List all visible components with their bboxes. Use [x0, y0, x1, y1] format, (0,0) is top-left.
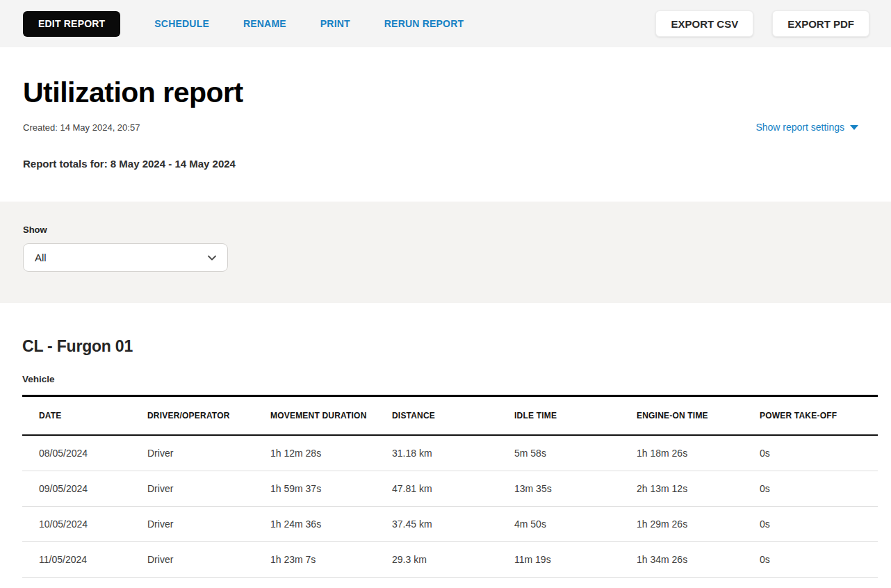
table-cell: 11/05/2024 [22, 542, 131, 578]
table-row: 11/05/2024Driver1h 23m 7s29.3 km11m 19s1… [22, 542, 878, 578]
vehicle-section: CL - Furgon 01 Vehicle [0, 337, 891, 384]
table-row: 08/05/2024Driver1h 12m 28s31.18 km5m 58s… [22, 435, 878, 471]
report-totals-text: Report totals for: 8 May 2024 - 14 May 2… [23, 158, 868, 170]
show-filter-dropdown[interactable]: All [23, 243, 228, 272]
rerun-report-button[interactable]: RERUN REPORT [384, 18, 464, 29]
table-cell: Driver [131, 471, 254, 507]
table-cell: 2h 13m 12s [620, 471, 743, 507]
vehicle-section-title: CL - Furgon 01 [22, 337, 869, 356]
table-header-row: DATEDRIVER/OPERATORMOVEMENT DURATIONDIST… [22, 396, 878, 436]
filter-band: Show All [0, 202, 891, 303]
column-header: POWER TAKE-OFF [743, 396, 878, 436]
column-header: DISTANCE [375, 396, 498, 436]
column-header: DATE [22, 396, 131, 436]
table-cell: 1h 12m 28s [254, 435, 375, 471]
table-cell: 0s [743, 542, 878, 578]
table-cell: 31.18 km [375, 435, 498, 471]
table-body: 08/05/2024Driver1h 12m 28s31.18 km5m 58s… [22, 435, 878, 578]
table-cell: 11m 19s [498, 542, 620, 578]
chevron-down-icon [206, 252, 218, 263]
table-cell: Driver [131, 435, 254, 471]
top-toolbar: EDIT REPORT SCHEDULE RENAME PRINT RERUN … [0, 0, 891, 47]
export-csv-button[interactable]: EXPORT CSV [655, 10, 753, 37]
table-cell: 47.81 km [375, 471, 498, 507]
table-cell: 1h 59m 37s [254, 471, 375, 507]
table-cell: 0s [743, 471, 878, 507]
meta-row: Created: 14 May 2024, 20:57 Show report … [23, 122, 868, 133]
table-cell: 09/05/2024 [22, 471, 131, 507]
rename-button[interactable]: RENAME [243, 18, 286, 29]
table-cell: Driver [131, 542, 254, 578]
bottom-spacer [0, 578, 891, 588]
schedule-button[interactable]: SCHEDULE [154, 18, 209, 29]
table-cell: 1h 23m 7s [254, 542, 375, 578]
table-cell: 1h 29m 26s [620, 507, 743, 542]
table-cell: 13m 35s [498, 471, 620, 507]
table-cell: 1h 34m 26s [620, 542, 743, 578]
table-cell: 0s [743, 507, 878, 542]
page-title: Utilization report [23, 76, 868, 109]
column-header: IDLE TIME [498, 396, 620, 436]
show-filter-label: Show [23, 224, 868, 235]
edit-report-button[interactable]: EDIT REPORT [23, 11, 120, 37]
toolbar-left-group: EDIT REPORT SCHEDULE RENAME PRINT RERUN … [23, 11, 464, 37]
created-timestamp: Created: 14 May 2024, 20:57 [23, 122, 140, 133]
table-cell: 29.3 km [375, 542, 498, 578]
table-cell: 10/05/2024 [22, 507, 131, 542]
column-header: DRIVER/OPERATOR [131, 396, 254, 436]
table-row: 10/05/2024Driver1h 24m 36s37.45 km4m 50s… [22, 507, 878, 542]
toolbar-right-group: EXPORT CSV EXPORT PDF [655, 10, 869, 37]
table-cell: 37.45 km [375, 507, 498, 542]
table-cell: 4m 50s [498, 507, 620, 542]
utilization-table-wrap: DATEDRIVER/OPERATORMOVEMENT DURATIONDIST… [22, 395, 878, 578]
show-report-settings-link[interactable]: Show report settings [755, 122, 858, 133]
export-pdf-button[interactable]: EXPORT PDF [772, 10, 869, 37]
column-header: MOVEMENT DURATION [254, 396, 375, 436]
print-button[interactable]: PRINT [320, 18, 350, 29]
table-cell: Driver [131, 507, 254, 542]
table-cell: 0s [743, 435, 878, 471]
table-cell: 1h 24m 36s [254, 507, 375, 542]
page-header: Utilization report Created: 14 May 2024,… [0, 76, 891, 170]
vehicle-section-subtitle: Vehicle [22, 374, 869, 384]
table-cell: 08/05/2024 [22, 435, 131, 471]
table-cell: 1h 18m 26s [620, 435, 743, 471]
show-report-settings-label: Show report settings [755, 122, 844, 133]
utilization-table: DATEDRIVER/OPERATORMOVEMENT DURATIONDIST… [22, 395, 878, 578]
show-filter-selected-value: All [35, 252, 47, 263]
table-cell: 5m 58s [498, 435, 620, 471]
column-header: ENGINE-ON TIME [620, 396, 743, 436]
table-row: 09/05/2024Driver1h 59m 37s47.81 km13m 35… [22, 471, 878, 507]
caret-down-icon [850, 125, 858, 130]
